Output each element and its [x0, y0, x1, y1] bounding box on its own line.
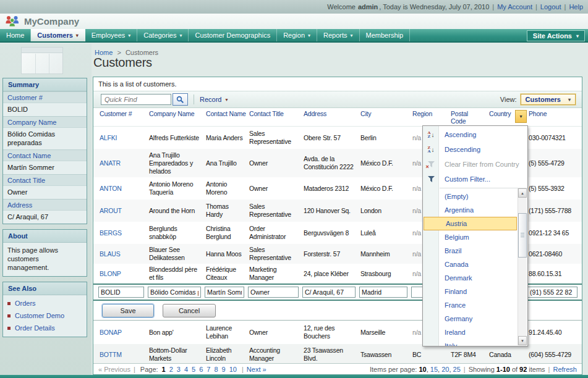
- topbar-link-logout[interactable]: Logout: [540, 3, 561, 10]
- save-button[interactable]: Save: [102, 304, 154, 317]
- cell-phone: (171) 555-7788: [526, 206, 579, 216]
- site-actions-button[interactable]: Site Actions: [527, 30, 585, 41]
- cell-company: Bon app': [146, 327, 203, 338]
- cell-city: Tsawassen: [357, 350, 409, 360]
- edit-input-address[interactable]: [302, 287, 356, 298]
- tab-employees[interactable]: Employees: [85, 29, 137, 41]
- items-per-page-label: Items per page:: [370, 366, 417, 373]
- tab-customers[interactable]: Customers: [31, 29, 85, 41]
- summary-field-value: BOLID: [3, 103, 87, 116]
- column-header-company-name[interactable]: Company Name: [146, 108, 203, 126]
- page-number-6[interactable]: 6: [199, 366, 203, 373]
- filter-value-denmark[interactable]: Denmark: [423, 271, 517, 285]
- scrollbar-thumb[interactable]: [518, 213, 527, 258]
- customer-id-link[interactable]: ALFKI: [96, 133, 146, 143]
- view-select-dropdown[interactable]: Customers: [521, 94, 576, 105]
- filter-value-italy[interactable]: Italy: [423, 339, 517, 346]
- tab-home[interactable]: Home: [0, 29, 31, 41]
- column-header-address[interactable]: Address: [300, 108, 357, 126]
- tab-membership[interactable]: Membership: [360, 29, 411, 41]
- column-header-city[interactable]: City: [357, 108, 409, 126]
- see-also-link-orders[interactable]: Orders: [3, 297, 87, 309]
- page-number-5[interactable]: 5: [192, 366, 195, 373]
- link-label: Customer Demo: [15, 312, 64, 319]
- column-header-contact-name[interactable]: Contact Name: [203, 108, 246, 126]
- topbar-link-my-account[interactable]: My Account: [497, 3, 532, 10]
- list-toolbar: Record View: Customers: [93, 91, 582, 108]
- tab-region[interactable]: Region: [277, 29, 317, 41]
- cell-address: 12, rue des Bouchers: [300, 323, 357, 342]
- page-number-3[interactable]: 3: [177, 366, 181, 373]
- welcome-prefix: Welcome: [327, 3, 356, 10]
- column-header-contact-title[interactable]: Contact Title: [246, 108, 300, 126]
- search-button[interactable]: [173, 93, 188, 106]
- edit-input-city[interactable]: [359, 287, 407, 298]
- edit-input-contact_name[interactable]: [205, 287, 244, 298]
- see-also-link-order-details[interactable]: Order Details: [3, 322, 87, 334]
- page-bottom-strip: [0, 375, 588, 378]
- page-number-10[interactable]: 10: [229, 366, 237, 373]
- see-also-link-customer-demo[interactable]: Customer Demo: [3, 309, 87, 322]
- filter-value-empty[interactable]: (Empty): [423, 190, 517, 203]
- topbar-link-help[interactable]: Help: [569, 3, 583, 10]
- tab-customer-demographics[interactable]: Customer Demographics: [189, 29, 277, 41]
- about-title: About: [3, 230, 87, 243]
- filter-value-finland[interactable]: Finland: [423, 285, 517, 298]
- page-number-2[interactable]: 2: [169, 366, 173, 373]
- edit-input-company[interactable]: [148, 287, 201, 298]
- next-page-link[interactable]: Next »: [247, 366, 266, 373]
- items-per-page-15[interactable]: 15: [430, 366, 438, 373]
- page-number-9[interactable]: 9: [222, 366, 226, 373]
- items-per-page-20[interactable]: 20: [441, 366, 449, 373]
- edit-input-contact_title[interactable]: [248, 287, 299, 298]
- filter-value-canada[interactable]: Canada: [423, 258, 517, 271]
- filter-value-brazil[interactable]: Brazil: [423, 244, 517, 258]
- country-filter-button[interactable]: [515, 110, 527, 123]
- filter-value-belgium[interactable]: Belgium: [423, 230, 517, 244]
- customer-id-link[interactable]: ANATR: [96, 158, 146, 169]
- cell-contact_title: Sales Representative: [246, 201, 300, 220]
- customer-id-link[interactable]: BERGS: [96, 228, 146, 238]
- scroll-down-button[interactable]: [518, 336, 527, 345]
- filter-value-austria[interactable]: Austria: [424, 217, 517, 230]
- menu-separator: [440, 188, 527, 188]
- customer-id-link[interactable]: BONAP: [96, 327, 146, 338]
- column-header-postal-code[interactable]: Postal Code: [448, 108, 486, 126]
- filter-value-ireland[interactable]: Ireland: [423, 326, 517, 339]
- edit-input-phone[interactable]: [527, 287, 577, 298]
- customer-id-link[interactable]: ANTON: [96, 183, 146, 194]
- customer-id-link[interactable]: AROUT: [96, 206, 146, 216]
- cancel-button[interactable]: Cancel: [163, 304, 216, 317]
- cell-address: Mataderos 2312: [300, 183, 357, 194]
- menu-scrollbar[interactable]: [518, 188, 527, 345]
- customer-id-link[interactable]: BLAUS: [96, 249, 146, 259]
- scroll-up-button[interactable]: [518, 188, 527, 198]
- tab-categories[interactable]: Categories: [137, 29, 189, 41]
- cell-city: London: [357, 206, 409, 216]
- page-number-8[interactable]: 8: [214, 366, 218, 373]
- edit-input-customer_id[interactable]: [98, 287, 144, 298]
- column-header-phone[interactable]: Phone: [526, 108, 579, 126]
- filter-value-argentina[interactable]: Argentina: [423, 203, 517, 217]
- record-menu-button[interactable]: Record: [200, 96, 228, 103]
- customer-id-link[interactable]: BLONP: [96, 269, 146, 279]
- page-number-4[interactable]: 4: [184, 366, 188, 373]
- items-per-page-25[interactable]: 25: [453, 366, 461, 373]
- showing-range: 1-10: [496, 366, 510, 373]
- total-items: 92: [519, 366, 527, 373]
- tab-reports[interactable]: Reports: [317, 29, 360, 41]
- menu-item-clear-filter-from-country: Clear Filter from Country: [423, 157, 527, 172]
- column-header-customer[interactable]: Customer #: [96, 108, 146, 126]
- menu-item-descending[interactable]: ZADescending: [423, 142, 527, 157]
- column-header-region[interactable]: Region: [409, 108, 448, 126]
- quick-find-input[interactable]: [101, 94, 171, 105]
- cell-contact_title: Sales Representative: [246, 245, 300, 263]
- menu-item-custom-filter[interactable]: Custom Filter...: [423, 172, 527, 187]
- filter-value-france[interactable]: France: [423, 298, 517, 312]
- refresh-link[interactable]: Refresh: [553, 366, 577, 373]
- filter-value-germany[interactable]: Germany: [423, 312, 517, 326]
- table-row-bottm[interactable]: BOTTMBottom-Dollar MarketsElizabeth Linc…: [93, 344, 582, 365]
- customer-id-link[interactable]: BOTTM: [96, 350, 146, 360]
- page-number-7[interactable]: 7: [207, 366, 210, 373]
- menu-item-ascending[interactable]: AZAscending: [423, 127, 527, 142]
